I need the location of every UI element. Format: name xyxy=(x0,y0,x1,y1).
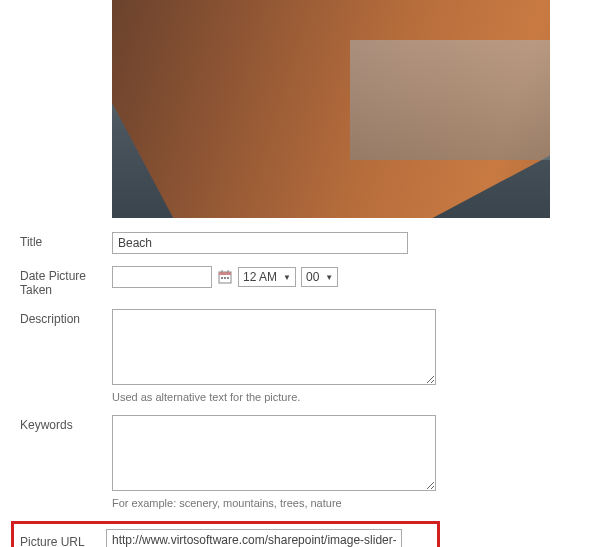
hour-value: 12 AM xyxy=(243,270,277,284)
keywords-helper: For example: scenery, mountains, trees, … xyxy=(112,497,570,509)
chevron-down-icon: ▼ xyxy=(283,273,291,282)
svg-rect-4 xyxy=(221,277,223,279)
svg-rect-1 xyxy=(219,272,231,275)
keywords-label: Keywords xyxy=(20,415,112,432)
description-helper: Used as alternative text for the picture… xyxy=(112,391,570,403)
picture-url-label: Picture URL xyxy=(20,532,106,548)
title-label: Title xyxy=(20,232,112,249)
svg-rect-6 xyxy=(227,277,229,279)
description-label: Description xyxy=(20,309,112,326)
picture-url-input[interactable] xyxy=(106,529,402,547)
minute-value: 00 xyxy=(306,270,319,284)
date-taken-label: Date Picture Taken xyxy=(20,266,112,297)
picture-preview xyxy=(112,0,550,218)
svg-rect-5 xyxy=(224,277,226,279)
description-textarea[interactable] xyxy=(112,309,436,385)
calendar-icon[interactable] xyxy=(217,269,233,285)
chevron-down-icon: ▼ xyxy=(325,273,333,282)
date-input[interactable] xyxy=(112,266,212,288)
minute-dropdown[interactable]: 00 ▼ xyxy=(301,267,338,287)
keywords-textarea[interactable] xyxy=(112,415,436,491)
hour-dropdown[interactable]: 12 AM ▼ xyxy=(238,267,296,287)
title-input[interactable] xyxy=(112,232,408,254)
picture-url-row: Picture URL xyxy=(11,521,440,547)
